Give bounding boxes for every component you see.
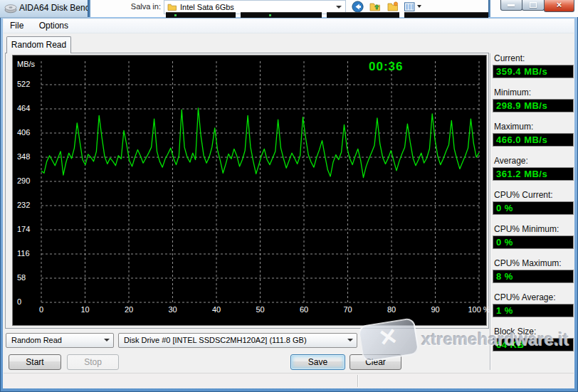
stat-label-minimum: Minimum: — [494, 88, 531, 97]
close-button[interactable]: × — [544, 0, 574, 12]
menu-bar: File Options — [4, 19, 574, 33]
watermark-x-icon: ✕ — [359, 319, 417, 354]
x-axis-tick: 80 — [376, 305, 407, 314]
file-thumbnail[interactable] — [166, 12, 236, 18]
views-menu-arrow-icon[interactable] — [417, 5, 421, 8]
y-axis-tick: 58 — [17, 273, 41, 282]
test-type-dropdown[interactable]: Random Read — [6, 333, 114, 348]
x-axis-tick: 50 — [245, 305, 276, 314]
watermark-text: xtremehardware.it — [421, 329, 569, 349]
chart-panel: MB/s 00:36 52246440634829023217411658001… — [12, 55, 487, 326]
stat-value-minimum: 298.9 MB/s — [493, 99, 574, 112]
thumbnail-speck — [174, 14, 177, 16]
x-axis-tick: 0 — [26, 305, 57, 314]
folder-up-icon[interactable] — [369, 1, 381, 11]
stat-value-cpu-minimum: 0 % — [493, 235, 574, 249]
stat-value-cpu-maximum: 8 % — [493, 270, 574, 283]
new-folder-icon[interactable] — [387, 1, 399, 11]
x-axis-tick: 10 — [70, 305, 101, 314]
dialog-right-border — [488, 0, 490, 17]
stat-label-cpu-current: CPU% Current: — [494, 190, 553, 200]
stat-value-cpu-current: 0 % — [493, 201, 574, 215]
menu-file[interactable]: File — [4, 19, 30, 31]
save-location-value: Intel Sata 6Gbs — [180, 1, 234, 13]
y-axis-tick: 464 — [17, 104, 41, 112]
dialog-left-border — [88, 0, 90, 17]
background-windows-strip: AIDA64 Disk Bench Salva in: Intel Sata 6… — [0, 0, 578, 17]
x-axis-tick: 20 — [113, 305, 144, 314]
file-thumbnail[interactable] — [241, 12, 322, 18]
save-in-label: Salva in: — [120, 2, 161, 11]
sidebar-divider — [490, 53, 491, 370]
y-axis-tick: 232 — [17, 201, 41, 209]
thumbnail-speck — [269, 14, 271, 16]
y-axis-tick: 116 — [17, 249, 41, 258]
tab-random-read[interactable]: Random Read — [6, 36, 71, 53]
stat-value-cpu-average: 1 % — [493, 304, 574, 317]
x-axis-tick: 30 — [157, 305, 189, 314]
minimize-icon — [508, 4, 515, 6]
stat-label-current: Current: — [494, 53, 525, 63]
y-axis-tick: 406 — [17, 128, 41, 137]
maximize-button[interactable] — [522, 0, 545, 11]
chevron-down-icon — [347, 339, 353, 341]
elapsed-time: 00:36 — [369, 60, 403, 74]
stat-value-current: 359.4 MB/s — [493, 65, 574, 78]
stat-label-cpu-average: CPU% Average: — [494, 292, 556, 302]
y-axis-tick: 348 — [17, 152, 41, 161]
x-axis-tick: 60 — [288, 305, 320, 314]
stat-label-cpu-maximum: CPU% Maximum: — [494, 258, 562, 268]
tab-label: Random Read — [11, 40, 66, 50]
stat-label-maximum: Maximum: — [494, 122, 533, 132]
menu-options[interactable]: Options — [33, 19, 75, 31]
chart-svg — [13, 55, 486, 325]
minimize-button[interactable] — [500, 0, 522, 11]
y-axis-unit: MB/s — [17, 60, 35, 68]
x-axis-tick: 70 — [332, 305, 364, 314]
folder-icon — [167, 3, 177, 11]
stat-value-maximum: 466.0 MB/s — [493, 133, 574, 147]
save-button[interactable]: Save — [290, 354, 345, 370]
start-button[interactable]: Start — [9, 354, 61, 370]
stat-label-average: Average: — [494, 156, 528, 166]
drive-value: Disk Drive #0 [INTEL SSDSC2MH120A2] (111… — [124, 336, 307, 344]
stat-label-cpu-minimum: CPU% Minimum: — [494, 224, 559, 234]
y-axis-tick: 290 — [17, 176, 41, 185]
stat-value-average: 361.2 MB/s — [493, 167, 574, 181]
back-icon[interactable] — [352, 1, 364, 13]
screen: AIDA64 Disk Bench Salva in: Intel Sata 6… — [0, 0, 578, 392]
views-icon[interactable] — [404, 2, 415, 11]
disk-icon — [4, 4, 17, 14]
file-thumbnail[interactable] — [327, 12, 399, 18]
maximize-icon — [530, 2, 537, 8]
y-axis-tick: 522 — [17, 80, 41, 88]
stop-button[interactable]: Stop — [67, 354, 119, 370]
drive-dropdown[interactable]: Disk Drive #0 [INTEL SSDSC2MH120A2] (111… — [118, 333, 357, 348]
close-icon: × — [545, 0, 574, 10]
aida-titlebar-fragment: AIDA64 Disk Bench — [0, 0, 88, 18]
x-axis-tick: 40 — [201, 305, 232, 314]
y-axis-tick: 174 — [17, 225, 41, 233]
file-thumbnail[interactable] — [404, 12, 488, 18]
status-bar-divider — [357, 375, 359, 387]
chevron-down-icon — [104, 339, 110, 341]
test-type-value: Random Read — [11, 336, 62, 344]
status-bar — [4, 373, 574, 388]
chevron-down-icon — [336, 6, 342, 9]
x-axis-tick: 90 — [420, 305, 451, 314]
background-window-title: AIDA64 Disk Bench — [19, 3, 88, 13]
